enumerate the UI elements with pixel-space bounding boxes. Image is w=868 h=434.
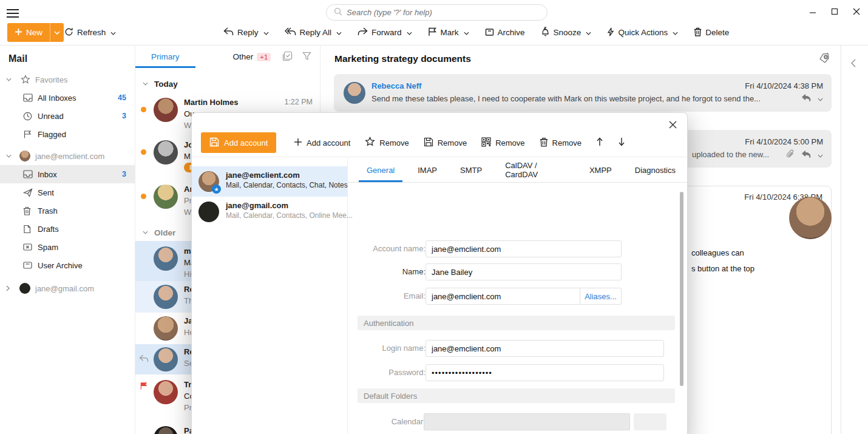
account-list-item[interactable]: jane@gmail.com Mail, Calendar, Contacts,… <box>192 197 347 227</box>
document-icon <box>23 225 31 234</box>
archive-icon <box>485 27 494 38</box>
sidebar-account-emclient[interactable]: jane@emclient.com <box>0 147 135 165</box>
snooze-button[interactable]: Snooze <box>540 23 593 42</box>
sidebar-item-trash[interactable]: Trash <box>0 202 135 220</box>
sidebar-item-inbox[interactable]: Inbox 3 <box>0 165 135 183</box>
sender-name[interactable]: Rebecca Neff <box>371 81 421 90</box>
other-count-badge: +1 <box>257 53 271 61</box>
email-input[interactable] <box>426 288 580 305</box>
message-time: 1:22 PM <box>284 98 313 106</box>
tab-other-label: Other <box>233 52 254 61</box>
account-list-item[interactable]: ★ jane@emclient.com Mail, Calendar, Cont… <box>192 166 347 197</box>
reply-button[interactable]: Reply <box>222 23 270 42</box>
tab-primary[interactable]: Primary <box>135 46 195 68</box>
dialog-toolbar: Add account Add account Remove Remove R <box>192 113 687 157</box>
delete-button[interactable]: Delete <box>693 23 730 42</box>
account-name-input[interactable] <box>426 240 622 257</box>
message-body-fragment: s button at the top <box>691 264 754 273</box>
tab-primary-label: Primary <box>151 52 180 61</box>
account-settings-panel: General IMAP SMTP CalDAV / CardDAV XMPP … <box>348 158 687 434</box>
password-label: Password: <box>307 368 426 377</box>
login-name-label: Login name: <box>307 344 426 353</box>
chevron-down-icon <box>336 28 342 37</box>
sidebar-account-gmail[interactable]: jane@gmail.com <box>0 279 135 297</box>
section-header-default-folders: Default Folders <box>358 388 675 403</box>
sidebar-item-unread[interactable]: Unread 3 <box>0 107 135 125</box>
archive-button[interactable]: Archive <box>484 23 526 42</box>
sidebar-item-spam[interactable]: Spam <box>0 238 135 256</box>
reply-icon[interactable] <box>801 150 812 160</box>
sidebar-item-all-inboxes[interactable]: All Inboxes 45 <box>0 89 135 107</box>
quick-actions-button[interactable]: Quick Actions <box>606 23 679 42</box>
add-account-button[interactable]: Add account <box>294 138 350 148</box>
add-tag-icon[interactable] <box>818 53 830 66</box>
flag-icon <box>428 27 437 38</box>
trash-icon <box>694 27 702 38</box>
message-card-collapsed[interactable]: Rebecca Neff Fri 4/10/2024 4:38 PM Send … <box>334 74 832 112</box>
chevron-down-icon[interactable] <box>6 154 12 158</box>
remove-qr-button[interactable]: Remove <box>481 137 524 149</box>
message-preview: Hi <box>184 270 191 279</box>
message-preview-fragment: uploaded to the new... <box>692 150 769 159</box>
minimize-button[interactable] <box>804 5 822 18</box>
group-header-today[interactable]: Today <box>135 75 320 92</box>
filter-icon[interactable] <box>302 52 311 63</box>
form-scrollbar[interactable] <box>680 189 683 434</box>
sender-avatar <box>344 82 365 104</box>
close-button[interactable] <box>847 5 866 18</box>
sender-avatar <box>154 347 178 371</box>
account-photo[interactable] <box>789 197 832 239</box>
hamburger-menu-icon[interactable] <box>7 7 19 16</box>
move-up-button[interactable] <box>596 137 603 148</box>
sidebar-item-flagged[interactable]: Flagged <box>0 125 135 143</box>
remove-label: Remove <box>495 138 524 147</box>
password-input[interactable] <box>426 364 664 381</box>
tab-other[interactable]: Other +1 <box>217 46 287 68</box>
calendar-folder-browse-button[interactable] <box>634 413 666 430</box>
new-dropdown-arrow[interactable] <box>50 23 64 42</box>
reply-all-button[interactable]: Reply All <box>283 23 344 42</box>
move-down-button[interactable] <box>618 137 625 148</box>
tab-diagnostics[interactable]: Diagnostics <box>623 158 687 182</box>
chevron-down-icon[interactable] <box>6 78 12 81</box>
select-messages-icon[interactable] <box>282 51 293 63</box>
refresh-button[interactable]: Refresh <box>63 23 117 42</box>
sidebar-group-favorites[interactable]: Favorites <box>0 70 135 89</box>
aliases-button[interactable]: Aliases... <box>580 288 622 305</box>
forward-button[interactable]: Forward <box>356 23 413 42</box>
tab-imap[interactable]: IMAP <box>406 158 449 182</box>
section-label: Authentication <box>364 319 413 328</box>
mark-button[interactable]: Mark <box>427 23 470 42</box>
chevron-down-icon[interactable] <box>818 151 823 160</box>
tab-xmpp[interactable]: XMPP <box>578 158 623 182</box>
sidebar-item-user-archive[interactable]: User Archive <box>0 256 135 274</box>
remove-save-button[interactable]: Remove <box>424 137 467 149</box>
reply-icon[interactable] <box>801 93 812 104</box>
add-account-primary-button[interactable]: Add account <box>201 132 276 153</box>
reply-label: Reply <box>237 28 259 37</box>
chevron-right-icon[interactable] <box>6 285 10 291</box>
message-body-fragment: colleagues can <box>691 248 744 257</box>
chevron-down-icon[interactable] <box>818 94 823 103</box>
collapse-panel-icon[interactable] <box>851 59 856 69</box>
tab-smtp[interactable]: SMTP <box>449 158 493 182</box>
remove-default-button[interactable]: Remove <box>365 137 409 149</box>
maximize-button[interactable] <box>826 5 844 18</box>
sidebar-item-drafts[interactable]: Drafts <box>0 220 135 238</box>
qr-code-icon <box>481 137 491 149</box>
new-button[interactable]: New <box>7 23 64 42</box>
search-input[interactable] <box>347 8 540 17</box>
name-input[interactable] <box>426 263 622 280</box>
flag-icon <box>140 382 148 392</box>
sender-avatar <box>154 246 178 271</box>
sidebar-item-sent[interactable]: Sent <box>0 183 135 202</box>
remove-account-button[interactable]: Remove <box>540 137 581 149</box>
message-preview: W <box>184 121 191 130</box>
tab-general[interactable]: General <box>355 158 406 182</box>
delete-label: Delete <box>705 28 729 37</box>
search-box[interactable] <box>326 4 548 21</box>
login-name-input[interactable] <box>426 340 664 357</box>
tab-caldav-carddav[interactable]: CalDAV / CardDAV <box>493 158 578 182</box>
general-settings-form: Account name: Name: Email: Aliases... Au… <box>348 183 687 434</box>
message-subject: M <box>184 152 191 161</box>
